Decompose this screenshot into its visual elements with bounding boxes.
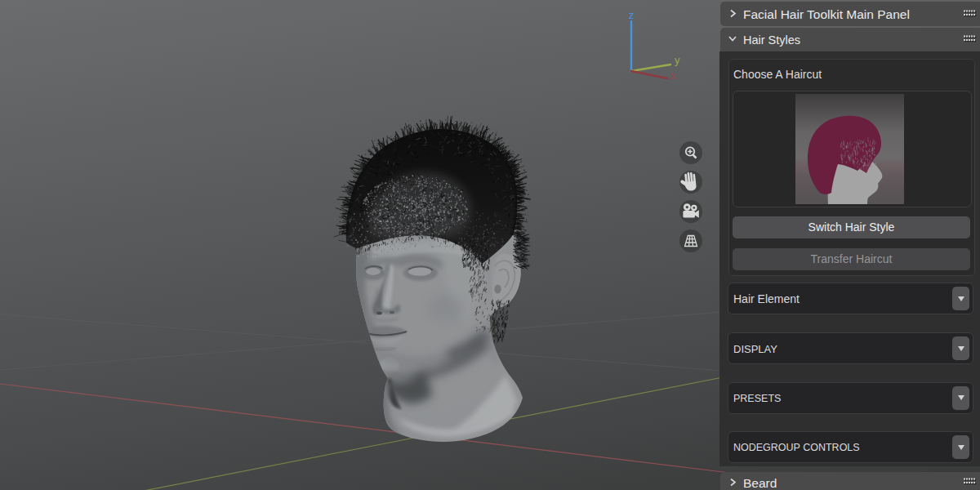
svg-text:z: z: [629, 9, 635, 21]
svg-text:x: x: [670, 69, 676, 82]
svg-text:y: y: [675, 54, 680, 66]
